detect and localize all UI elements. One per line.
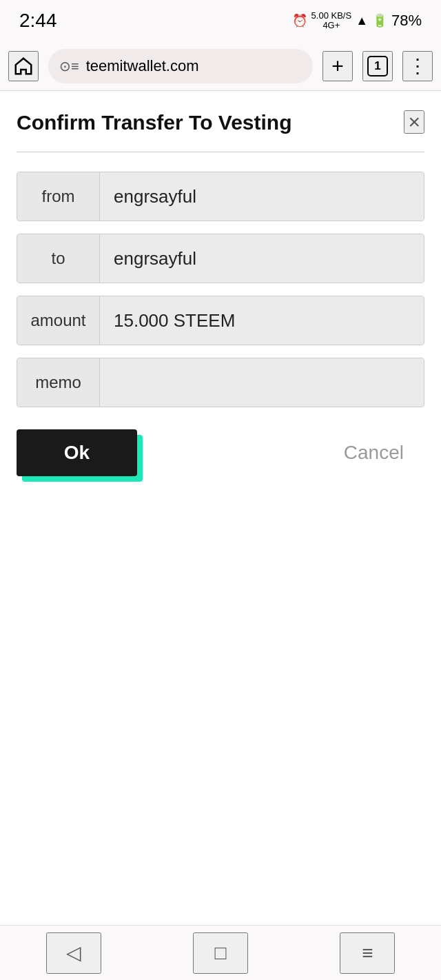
button-row: Ok Cancel (17, 429, 424, 476)
tab-count: 1 (367, 56, 388, 76)
dialog-divider (17, 152, 424, 152)
back-icon: ◁ (66, 941, 81, 964)
field-label-to: to (17, 234, 100, 283)
nav-back-button[interactable]: ◁ (46, 932, 101, 974)
tab-switcher-button[interactable]: 1 (362, 51, 393, 81)
field-value-amount: 15.000 STEEM (100, 296, 424, 345)
field-row-from: from engrsayful (17, 172, 424, 221)
cancel-button[interactable]: Cancel (323, 442, 424, 464)
dialog-header: Confirm Transfer To Vesting × (17, 110, 424, 135)
field-row-to: to engrsayful (17, 234, 424, 283)
battery-level: 78% (391, 12, 422, 30)
field-label-amount: amount (17, 296, 100, 345)
field-value-memo (100, 358, 424, 407)
new-tab-button[interactable]: + (322, 51, 353, 81)
dialog-close-button[interactable]: × (404, 110, 424, 134)
ok-button-wrapper: Ok (17, 429, 137, 476)
network-speed: 5.00 KB/S (311, 11, 352, 21)
dialog: Confirm Transfer To Vesting × from engrs… (0, 91, 441, 501)
url-icon: ⊙≡ (59, 58, 79, 74)
nav-home-button[interactable]: □ (193, 932, 248, 974)
field-value-from: engrsayful (100, 172, 424, 221)
field-row-amount: amount 15.000 STEEM (17, 296, 424, 345)
signal-icon: ▲ (356, 14, 368, 28)
browser-menu-button[interactable]: ⋮ (402, 51, 433, 81)
field-value-to: engrsayful (100, 234, 424, 283)
battery-icon: 🔋 (372, 13, 387, 28)
home-icon: □ (215, 942, 227, 964)
browser-home-button[interactable] (8, 51, 39, 81)
dialog-title: Confirm Transfer To Vesting (17, 110, 404, 135)
browser-url-bar[interactable]: ⊙≡ teemitwallet.com (48, 49, 313, 83)
alarm-icon: ⏰ (292, 13, 307, 28)
field-row-memo: memo (17, 358, 424, 407)
nav-menu-button[interactable]: ≡ (340, 932, 395, 974)
page-content: Confirm Transfer To Vesting × from engrs… (0, 91, 441, 925)
browser-bar: ⊙≡ teemitwallet.com + 1 ⋮ (0, 41, 441, 91)
url-text: teemitwallet.com (86, 57, 199, 75)
field-label-from: from (17, 172, 100, 221)
status-icons: ⏰ 5.00 KB/S 4G+ ▲ 🔋 78% (292, 11, 422, 31)
network-info: 5.00 KB/S 4G+ (311, 11, 352, 31)
network-type: 4G+ (322, 21, 340, 30)
ok-button[interactable]: Ok (17, 429, 137, 476)
field-label-memo: memo (17, 358, 100, 407)
bottom-nav: ◁ □ ≡ (0, 925, 441, 980)
status-time: 2:44 (19, 10, 57, 32)
menu-icon: ≡ (362, 942, 373, 964)
status-bar: 2:44 ⏰ 5.00 KB/S 4G+ ▲ 🔋 78% (0, 0, 441, 41)
